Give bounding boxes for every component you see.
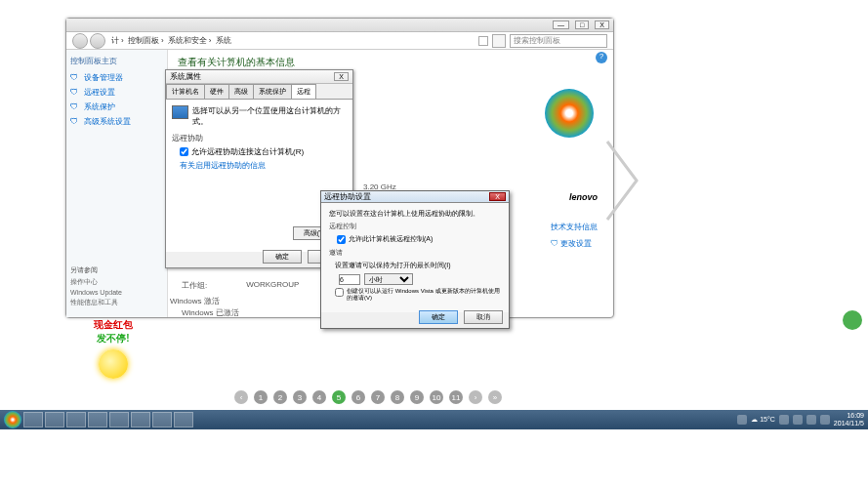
vista-checkbox[interactable] [335, 288, 344, 297]
shield-icon: 🛡 [70, 117, 80, 127]
weather[interactable]: ☁ 15°C [751, 416, 775, 424]
workgroup-value: WORKGROUP [246, 280, 299, 291]
taskbar: ☁ 15°C 16:09 2014/11/5 [0, 410, 868, 429]
page-2[interactable]: 2 [273, 390, 287, 404]
forward-button[interactable] [90, 33, 105, 49]
taskbar-explorer[interactable] [45, 412, 64, 427]
link-support[interactable]: 技术支持信息 [551, 222, 598, 232]
promo-banner[interactable]: 现金红包 发不停! [79, 318, 147, 383]
allow-control-label: 允许此计算机被远程控制(A) [349, 234, 433, 244]
tray-icon[interactable] [737, 415, 747, 425]
volume-icon[interactable] [820, 415, 830, 425]
remote-assistance-dialog: 远程协助设置 X 您可以设置在这台计算机上使用远程协助的限制。 远程控制 允许此… [320, 190, 510, 329]
taskbar-app2[interactable] [131, 412, 150, 427]
page-6[interactable]: 6 [351, 390, 365, 404]
taskbar-app1[interactable] [66, 412, 86, 427]
allow-remote-label: 允许远程协助连接这台计算机(R) [191, 146, 304, 157]
shield-icon: 🛡 [70, 102, 80, 112]
computer-icon [172, 105, 188, 119]
workgroup-label: 工作组: [182, 280, 207, 291]
group-invitation: 邀请 [329, 248, 501, 258]
dialog-title: 系统属性 [170, 71, 201, 82]
activation-label: Windows 激活 [170, 296, 220, 306]
lenovo-logo: lenovo [569, 192, 598, 202]
page-9[interactable]: 9 [410, 390, 424, 404]
next-arrow[interactable] [602, 137, 641, 224]
titlebar: — □ X [66, 19, 613, 32]
shield-icon: 🛡 [70, 73, 80, 83]
page-1[interactable]: 1 [254, 390, 268, 404]
back-button[interactable] [72, 33, 88, 49]
allow-control-checkbox[interactable] [337, 235, 346, 244]
page-10[interactable]: 10 [430, 390, 443, 404]
sidebar-bottom: 另请参阅 操作中心 Windows Update 性能信息和工具 [70, 265, 122, 309]
tab-remote[interactable]: 远程 [291, 84, 316, 99]
page-4[interactable]: 4 [312, 390, 326, 404]
start-button[interactable] [4, 411, 21, 428]
pagination: ‹ 1 2 3 4 5 6 7 8 9 10 11 › » [234, 390, 502, 404]
minimize-button[interactable]: — [553, 20, 569, 29]
help-icon[interactable]: ? [596, 52, 607, 63]
windows-logo [545, 89, 594, 138]
breadcrumb[interactable]: 计› 控制面板› 系统和安全› 系统 [109, 35, 475, 46]
remote-description: 选择可以从另一个位置使用这台计算机的方式。 [192, 105, 347, 127]
page-title: 查看有关计算机的基本信息 [178, 56, 603, 69]
taskbar-app3[interactable] [152, 412, 172, 427]
dialog-description: 您可以设置在这台计算机上使用远程协助的限制。 [329, 209, 501, 219]
tab-hardware[interactable]: 硬件 [204, 84, 229, 99]
close-button[interactable]: X [595, 20, 609, 29]
group-remote-control: 远程控制 [329, 222, 501, 231]
tab-protection[interactable]: 系统保护 [253, 84, 292, 99]
addressbar: 计› 控制面板› 系统和安全› 系统 搜索控制面板 [66, 32, 613, 50]
invite-description: 设置邀请可以保持为打开的最长时间(I) [335, 261, 501, 270]
page-5[interactable]: 5 [332, 390, 346, 404]
tab-advanced[interactable]: 高级 [228, 84, 254, 99]
tray-icon[interactable] [793, 415, 803, 425]
clock[interactable]: 16:09 2014/11/5 [834, 412, 864, 427]
group-remote-assistance: 远程协助 [172, 133, 347, 143]
activation-status: Windows 已激活 [182, 307, 239, 318]
taskbar-excel[interactable] [109, 412, 129, 427]
chat-bubble[interactable] [843, 310, 862, 330]
vista-label: 创建仅可以从运行 Windows Vista 或更新版本的计算机使用的邀请(V) [347, 288, 501, 302]
page-8[interactable]: 8 [391, 390, 404, 404]
cancel-button[interactable]: 取消 [464, 310, 503, 324]
next-page[interactable]: › [469, 390, 482, 404]
sidebar-item-device-manager[interactable]: 🛡设备管理器 [70, 72, 163, 83]
close-button[interactable]: X [334, 72, 349, 81]
link-change-settings[interactable]: 🛡 更改设置 [551, 238, 598, 249]
ok-button[interactable]: 确定 [263, 250, 302, 264]
tray-icon[interactable] [779, 415, 789, 425]
page-11[interactable]: 11 [449, 390, 463, 404]
duration-input[interactable] [339, 274, 360, 285]
remote-info-link[interactable]: 有关启用远程协助的信息 [180, 160, 347, 171]
allow-remote-checkbox[interactable] [180, 147, 188, 156]
search-input[interactable]: 搜索控制面板 [510, 34, 607, 48]
link-action-center[interactable]: 操作中心 [70, 277, 122, 287]
taskbar-qq[interactable] [88, 412, 107, 427]
dropdown-icon[interactable] [478, 36, 488, 46]
unit-select[interactable]: 小时 [364, 273, 413, 285]
close-button[interactable]: X [489, 192, 506, 201]
taskbar-chrome[interactable] [23, 412, 43, 427]
ok-button[interactable]: 确定 [419, 310, 458, 324]
page-7[interactable]: 7 [371, 390, 385, 404]
tab-bar: 计算机名 硬件 高级 系统保护 远程 [166, 84, 352, 100]
sidebar-title: 控制面板主页 [70, 56, 163, 66]
prev-page[interactable]: ‹ [234, 390, 248, 404]
tab-computername[interactable]: 计算机名 [166, 84, 205, 99]
sidebar: 控制面板主页 🛡设备管理器 🛡远程设置 🛡系统保护 🛡高级系统设置 另请参阅 操… [66, 50, 168, 317]
link-windows-update[interactable]: Windows Update [70, 289, 122, 296]
sidebar-item-remote[interactable]: 🛡远程设置 [70, 87, 163, 98]
sidebar-item-advanced[interactable]: 🛡高级系统设置 [70, 116, 163, 127]
link-performance[interactable]: 性能信息和工具 [70, 298, 122, 307]
sidebar-item-protection[interactable]: 🛡系统保护 [70, 102, 163, 112]
more-page[interactable]: » [488, 390, 502, 404]
taskbar-app4[interactable] [174, 412, 193, 427]
maximize-button[interactable]: □ [575, 20, 589, 29]
refresh-button[interactable] [492, 34, 506, 48]
dialog-title: 远程协助设置 [324, 191, 371, 202]
tray-icon[interactable] [806, 415, 816, 425]
page-3[interactable]: 3 [293, 390, 307, 404]
bulb-icon [99, 349, 128, 379]
